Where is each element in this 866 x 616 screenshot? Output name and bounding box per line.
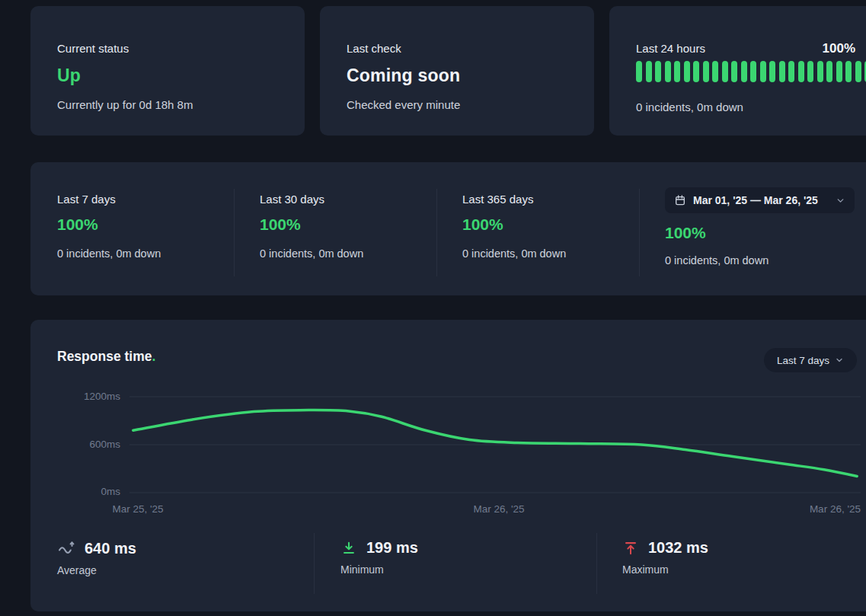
column-divider — [436, 189, 437, 276]
uptime-bar[interactable] — [693, 61, 699, 82]
range-selector-dropdown[interactable]: Last 7 days — [764, 348, 857, 372]
uptime-bar[interactable] — [855, 61, 861, 82]
uptime-bar[interactable] — [741, 61, 747, 82]
uptime-col-7-days: Last 7 days 100% 0 incidents, 0m down — [57, 162, 248, 295]
last-24-hours-label: Last 24 hours — [636, 42, 705, 55]
stat-value: 640 ms — [85, 540, 136, 557]
uptime-bar[interactable] — [646, 61, 652, 82]
response-time-card: Response time. Last 7 days 1200ms 600ms … — [30, 320, 866, 611]
current-status-subtext: Currently up for 0d 18h 8m — [57, 98, 193, 111]
x-axis-tick: Mar 26, '25 — [792, 503, 861, 515]
uptime-col-percent: 100% — [57, 215, 98, 234]
uptime-col-percent: 100% — [260, 215, 301, 234]
date-range-picker[interactable]: Mar 01, '25 — Mar 26, '25 — [665, 187, 855, 213]
chevron-down-icon — [836, 196, 845, 206]
current-status-label: Current status — [57, 42, 129, 55]
uptime-col-percent: 100% — [665, 224, 706, 242]
title-accent-dot: . — [152, 349, 155, 364]
last-24-hours-card: Last 24 hours 100% 0 incidents, 0m down — [609, 6, 866, 136]
uptime-bar[interactable] — [674, 61, 680, 82]
uptime-col-custom-range: Mar 01, '25 — Mar 26, '25 100% 0 inciden… — [665, 162, 863, 295]
last-check-card: Last check Coming soon Checked every min… — [320, 6, 594, 136]
y-axis-tick: 600ms — [52, 439, 120, 450]
response-time-title: Response time. — [57, 349, 155, 365]
y-axis-tick: 0ms — [52, 486, 120, 497]
average-icon — [57, 539, 75, 557]
uptime-col-subtext: 0 incidents, 0m down — [260, 247, 363, 260]
response-line — [133, 410, 857, 477]
uptime-col-label: Last 365 days — [462, 193, 533, 206]
uptime-bar[interactable] — [798, 61, 804, 82]
stat-minimum: 199 ms Minimum — [340, 539, 418, 576]
date-range-text: Mar 01, '25 — Mar 26, '25 — [693, 194, 818, 206]
uptime-bar[interactable] — [665, 61, 671, 82]
stat-divider — [596, 533, 597, 594]
uptime-bar[interactable] — [769, 61, 775, 82]
uptime-bar[interactable] — [712, 61, 718, 82]
stat-label: Average — [57, 564, 136, 576]
last-24-hours-percent: 100% — [823, 41, 855, 56]
last-check-subtext: Checked every minute — [347, 98, 460, 111]
uptime-bar[interactable] — [722, 61, 728, 82]
current-status-card: Current status Up Currently up for 0d 18… — [30, 6, 305, 136]
stat-divider — [314, 533, 315, 594]
y-axis-tick: 1200ms — [52, 391, 120, 402]
stat-label: Maximum — [622, 563, 708, 576]
chevron-down-icon — [835, 356, 844, 365]
uptime-col-label: Last 7 days — [57, 193, 116, 206]
calendar-icon — [674, 194, 686, 206]
uptime-bar[interactable] — [779, 61, 785, 82]
current-status-value: Up — [57, 65, 81, 86]
last-check-value: Coming soon — [347, 65, 460, 86]
uptime-bar[interactable] — [636, 61, 642, 82]
column-divider — [234, 189, 235, 276]
x-axis-tick: Mar 26, '25 — [465, 503, 533, 515]
uptime-col-365-days: Last 365 days 100% 0 incidents, 0m down — [462, 162, 653, 295]
uptime-col-subtext: 0 incidents, 0m down — [462, 247, 566, 260]
uptime-bar[interactable] — [845, 61, 852, 82]
range-selector-label: Last 7 days — [777, 355, 829, 366]
last-24-hours-subtext: 0 incidents, 0m down — [636, 101, 743, 113]
uptime-bars-row[interactable] — [636, 61, 866, 82]
uptime-col-30-days: Last 30 days 100% 0 incidents, 0m down — [260, 162, 450, 295]
stat-value: 199 ms — [366, 539, 418, 557]
uptime-bar[interactable] — [703, 61, 709, 82]
x-axis-tick: Mar 25, '25 — [104, 503, 172, 515]
uptime-bar[interactable] — [826, 61, 832, 82]
arrow-up-max-icon — [622, 540, 639, 557]
stat-label: Minimum — [340, 563, 418, 576]
uptime-bar[interactable] — [807, 61, 813, 82]
uptime-bar[interactable] — [655, 61, 661, 82]
stat-value: 1032 ms — [648, 539, 708, 557]
uptime-bar[interactable] — [760, 61, 766, 82]
uptime-col-percent: 100% — [462, 215, 503, 234]
uptime-col-subtext: 0 incidents, 0m down — [57, 247, 161, 260]
uptime-bar[interactable] — [750, 61, 756, 82]
uptime-bar[interactable] — [836, 61, 842, 82]
stat-average: 640 ms Average — [57, 539, 136, 576]
uptime-col-subtext: 0 incidents, 0m down — [665, 254, 769, 267]
column-divider — [639, 189, 640, 276]
uptime-bar[interactable] — [684, 61, 690, 82]
uptime-col-label: Last 30 days — [260, 193, 324, 206]
last-check-label: Last check — [347, 42, 401, 55]
uptime-bar[interactable] — [788, 61, 794, 82]
response-time-chart[interactable] — [129, 385, 861, 499]
uptime-summary-card: Last 7 days 100% 0 incidents, 0m down La… — [30, 162, 866, 295]
stat-maximum: 1032 ms Maximum — [622, 539, 708, 576]
uptime-bar[interactable] — [731, 61, 737, 82]
uptime-bar[interactable] — [817, 61, 823, 82]
arrow-down-min-icon — [340, 540, 357, 557]
